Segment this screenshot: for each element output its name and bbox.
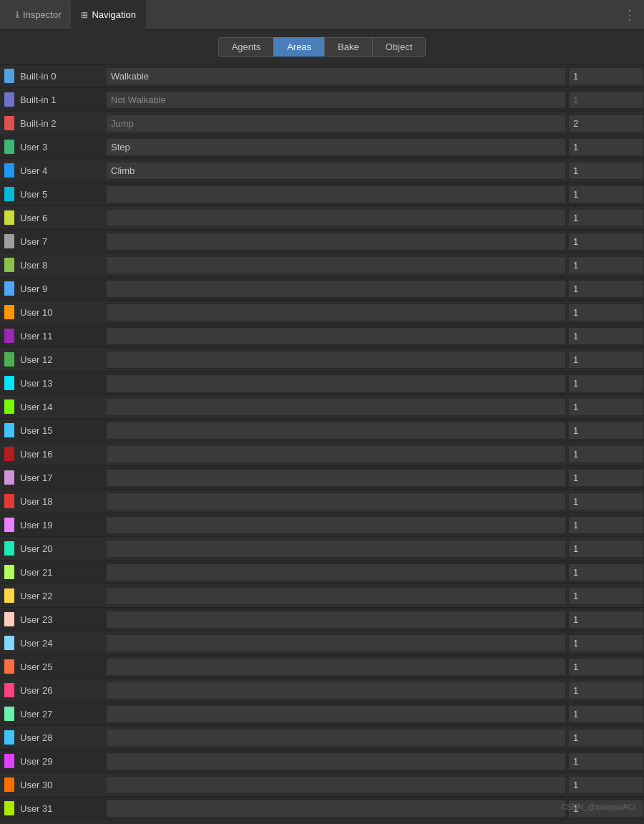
row-name-input[interactable] xyxy=(106,611,566,629)
row-name-input[interactable] xyxy=(106,705,566,723)
color-swatch[interactable] xyxy=(4,140,14,154)
row-value-input[interactable] xyxy=(568,256,644,274)
row-name-input[interactable] xyxy=(106,422,566,440)
row-value-input[interactable] xyxy=(568,67,644,85)
row-value-input[interactable] xyxy=(568,634,644,652)
row-value-input[interactable] xyxy=(568,752,644,770)
color-swatch[interactable] xyxy=(4,399,14,414)
row-value-input[interactable] xyxy=(568,422,644,440)
row-name-input[interactable] xyxy=(106,304,566,321)
row-name-input[interactable] xyxy=(106,800,566,818)
color-swatch[interactable] xyxy=(4,707,14,721)
tab-inspector[interactable]: ℹ Inspector xyxy=(6,0,71,30)
color-swatch[interactable] xyxy=(4,187,14,201)
row-name-input[interactable] xyxy=(106,327,566,345)
color-swatch[interactable] xyxy=(4,69,14,83)
row-name-input[interactable] xyxy=(106,351,566,369)
row-value-input[interactable] xyxy=(568,209,644,227)
row-value-input[interactable] xyxy=(568,374,644,392)
row-name-input[interactable] xyxy=(106,493,566,510)
color-swatch[interactable] xyxy=(4,376,14,390)
color-swatch[interactable] xyxy=(4,801,14,815)
row-name-input[interactable] xyxy=(106,752,566,770)
row-value-input[interactable] xyxy=(568,91,644,109)
row-name-input[interactable] xyxy=(106,469,566,487)
row-name-input[interactable] xyxy=(106,516,566,534)
row-name-input[interactable] xyxy=(106,729,566,747)
color-swatch[interactable] xyxy=(4,754,14,768)
agents-button[interactable]: Agents xyxy=(218,37,273,57)
color-swatch[interactable] xyxy=(4,352,14,367)
row-value-input[interactable] xyxy=(568,398,644,416)
bake-button[interactable]: Bake xyxy=(324,37,372,57)
row-value-input[interactable] xyxy=(568,327,644,345)
row-name-input[interactable] xyxy=(106,540,566,558)
color-swatch[interactable] xyxy=(4,518,14,532)
color-swatch[interactable] xyxy=(4,636,14,650)
row-value-input[interactable] xyxy=(568,587,644,605)
color-swatch[interactable] xyxy=(4,541,14,556)
row-value-input[interactable] xyxy=(568,682,644,699)
row-value-input[interactable] xyxy=(568,658,644,676)
row-value-input[interactable] xyxy=(568,563,644,581)
row-value-input[interactable] xyxy=(568,469,644,487)
row-name-input[interactable] xyxy=(106,233,566,251)
row-value-input[interactable] xyxy=(568,162,644,180)
color-swatch[interactable] xyxy=(4,683,14,697)
row-name-input[interactable] xyxy=(106,398,566,416)
color-swatch[interactable] xyxy=(4,447,14,461)
row-value-input[interactable] xyxy=(568,351,644,369)
row-value-input[interactable] xyxy=(568,705,644,723)
row-value-input[interactable] xyxy=(568,138,644,156)
color-swatch[interactable] xyxy=(4,423,14,437)
more-menu-button[interactable]: ⋮ xyxy=(623,7,637,23)
row-value-input[interactable] xyxy=(568,280,644,298)
color-swatch[interactable] xyxy=(4,659,14,674)
object-button[interactable]: Object xyxy=(372,37,426,57)
row-name-input[interactable] xyxy=(106,374,566,392)
color-swatch[interactable] xyxy=(4,777,14,792)
row-value-input[interactable] xyxy=(568,185,644,203)
row-name-input[interactable] xyxy=(106,682,566,699)
areas-button[interactable]: Areas xyxy=(273,37,324,57)
row-name-input[interactable] xyxy=(106,776,566,794)
row-value-input[interactable] xyxy=(568,540,644,558)
color-swatch[interactable] xyxy=(4,163,14,178)
color-swatch[interactable] xyxy=(4,92,14,107)
row-name-input[interactable] xyxy=(106,256,566,274)
row-value-input[interactable] xyxy=(568,233,644,251)
color-swatch[interactable] xyxy=(4,258,14,272)
color-swatch[interactable] xyxy=(4,730,14,745)
row-value-input[interactable] xyxy=(568,115,644,132)
tab-navigation[interactable]: ⊞ Navigation xyxy=(71,0,145,30)
color-swatch[interactable] xyxy=(4,470,14,485)
row-value-input[interactable] xyxy=(568,729,644,747)
row-name-input[interactable] xyxy=(106,162,566,180)
row-name-input[interactable] xyxy=(106,445,566,463)
row-name-input[interactable] xyxy=(106,280,566,298)
row-value-input[interactable] xyxy=(568,304,644,321)
color-swatch[interactable] xyxy=(4,210,14,225)
row-name-input[interactable] xyxy=(106,67,566,85)
row-value-input[interactable] xyxy=(568,516,644,534)
color-swatch[interactable] xyxy=(4,234,14,248)
row-name-input[interactable] xyxy=(106,587,566,605)
row-value-input[interactable] xyxy=(568,445,644,463)
row-name-input[interactable] xyxy=(106,138,566,156)
row-name-input[interactable] xyxy=(106,115,566,132)
row-value-input[interactable] xyxy=(568,776,644,794)
color-swatch[interactable] xyxy=(4,116,14,130)
color-swatch[interactable] xyxy=(4,329,14,343)
row-name-input[interactable] xyxy=(106,209,566,227)
row-value-input[interactable] xyxy=(568,611,644,629)
row-name-input[interactable] xyxy=(106,91,566,109)
color-swatch[interactable] xyxy=(4,305,14,319)
color-swatch[interactable] xyxy=(4,281,14,296)
row-name-input[interactable] xyxy=(106,634,566,652)
color-swatch[interactable] xyxy=(4,494,14,508)
row-name-input[interactable] xyxy=(106,563,566,581)
color-swatch[interactable] xyxy=(4,588,14,603)
color-swatch[interactable] xyxy=(4,565,14,579)
row-name-input[interactable] xyxy=(106,185,566,203)
row-value-input[interactable] xyxy=(568,493,644,510)
